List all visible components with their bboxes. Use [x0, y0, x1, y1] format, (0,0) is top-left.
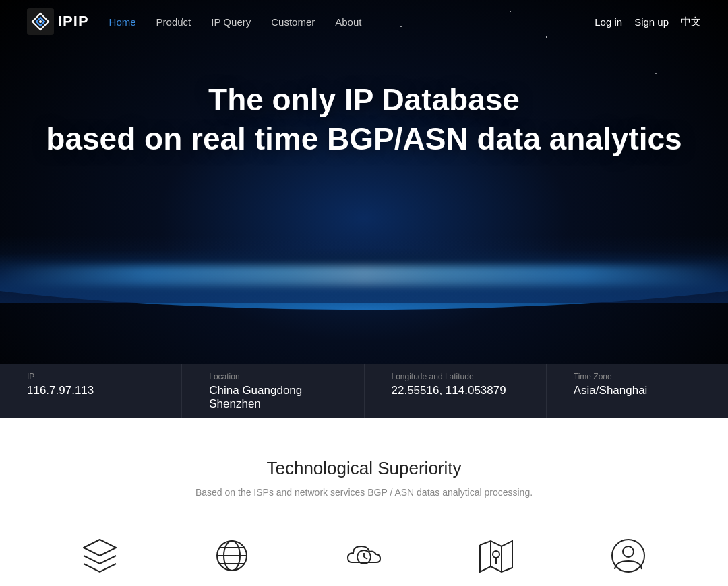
feature-layers: Daily processing of 1000+ GB datas. — [40, 531, 159, 586]
timezone-label: Time Zone — [574, 372, 701, 381]
hero-title: The only IP Database based on real time … — [0, 81, 728, 158]
feature-map-pin: Geographic data marked accurately and qu… — [437, 531, 555, 586]
ip-bar: IP 116.7.97.113 Location China Guangdong… — [0, 364, 728, 418]
clock-cloud-icon — [340, 531, 388, 580]
features-title: Technological Superiority — [40, 458, 688, 479]
map-pin-icon — [472, 531, 520, 580]
hero-section: IPIP Home Product IP Query Customer Abou… — [0, 0, 728, 418]
location-value: China Guangdong Shenzhen — [209, 384, 336, 411]
globe-icon — [208, 531, 256, 580]
nav-links: Home Product IP Query Customer About — [109, 16, 595, 28]
ip-value: 116.7.97.113 — [27, 384, 154, 397]
ip-label: IP — [27, 372, 154, 381]
signup-link[interactable]: Sign up — [634, 16, 669, 28]
features-subtitle: Based on the ISPs and network services B… — [40, 487, 688, 498]
timezone-value: Asia/Shanghai — [574, 384, 701, 397]
svg-point-1 — [39, 20, 42, 23]
hero-content: The only IP Database based on real time … — [0, 81, 728, 158]
ip-bar-ip: IP 116.7.97.113 — [0, 364, 182, 418]
location-label: Location — [209, 372, 336, 381]
ip-bar-timezone: Time Zone Asia/Shanghai — [547, 364, 728, 418]
navbar: IPIP Home Product IP Query Customer Abou… — [0, 0, 728, 43]
logo-text: IPIP — [58, 13, 89, 30]
svg-marker-2 — [84, 540, 116, 556]
nav-ip-query[interactable]: IP Query — [211, 16, 251, 28]
feature-clock-cloud: 24 hours near real-time data updates. — [305, 531, 423, 586]
lang-link[interactable]: 中文 — [681, 15, 701, 28]
nav-product[interactable]: Product — [156, 16, 191, 28]
nav-home[interactable]: Home — [109, 16, 136, 28]
logo[interactable]: IPIP — [27, 8, 89, 35]
svg-point-15 — [612, 540, 644, 572]
features-grid: Daily processing of 1000+ GB datas. 600+… — [40, 531, 688, 586]
features-section: Technological Superiority Based on the I… — [0, 418, 728, 586]
hero-background: The only IP Database based on real time … — [0, 0, 728, 364]
person-circle-icon — [604, 531, 653, 580]
svg-point-13 — [493, 551, 499, 558]
nav-right: Log in Sign up 中文 — [595, 15, 701, 28]
ip-bar-coordinates: Longitude and Latitude 22.55516, 114.053… — [365, 364, 547, 418]
svg-line-10 — [364, 557, 367, 559]
nav-customer[interactable]: Customer — [271, 16, 315, 28]
ip-bar-location: Location China Guangdong Shenzhen — [182, 364, 364, 418]
hero-atmosphere — [0, 236, 728, 303]
coordinates-label: Longitude and Latitude — [392, 372, 519, 381]
nav-about[interactable]: About — [335, 16, 361, 28]
coordinates-value: 22.55516, 114.053879 — [392, 384, 519, 397]
login-link[interactable]: Log in — [595, 16, 622, 28]
feature-person: Cooperation and communication with opera… — [569, 531, 688, 586]
layers-icon — [75, 531, 124, 580]
feature-globe: 600+ worldwide networks monitoring point… — [173, 531, 291, 586]
svg-point-16 — [623, 546, 634, 557]
